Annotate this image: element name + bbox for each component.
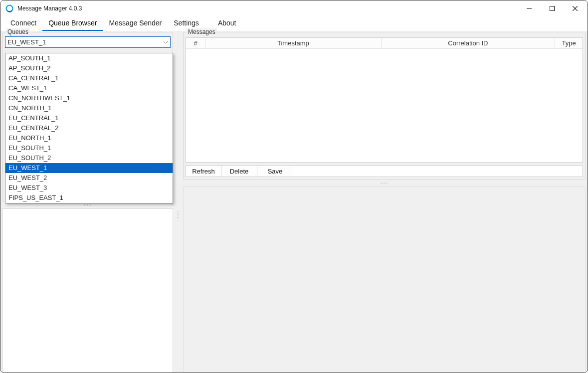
maximize-button[interactable] bbox=[541, 0, 564, 16]
queue-option[interactable]: CN_NORTH_1 bbox=[5, 103, 173, 113]
queue-option[interactable]: EU_CENTRAL_1 bbox=[5, 113, 173, 123]
messages-table-body bbox=[186, 49, 583, 162]
refresh-button[interactable]: Refresh bbox=[186, 166, 221, 177]
queue-option[interactable]: CN_NORTHWEST_1 bbox=[5, 93, 173, 103]
messages-group: Messages # Timestamp Correlation ID Type… bbox=[183, 32, 586, 180]
svg-rect-3 bbox=[550, 6, 555, 11]
messages-legend: Messages bbox=[187, 28, 217, 35]
queue-select[interactable]: EU_WEST_1 bbox=[5, 36, 171, 48]
col-type[interactable]: Type bbox=[555, 38, 583, 48]
queue-option[interactable]: FIPS_US_EAST_1 bbox=[5, 193, 173, 203]
queue-dropdown[interactable]: AP_SOUTH_1AP_SOUTH_2CA_CENTRAL_1CA_WEST_… bbox=[5, 53, 173, 203]
delete-button[interactable]: Delete bbox=[221, 166, 257, 177]
col-timestamp[interactable]: Timestamp bbox=[205, 38, 381, 48]
queues-legend: Queues bbox=[6, 28, 30, 35]
minimize-button[interactable] bbox=[518, 0, 541, 16]
tab-queue-browser[interactable]: Queue Browser bbox=[42, 16, 103, 31]
queue-option[interactable]: CA_CENTRAL_1 bbox=[5, 73, 173, 83]
tab-strip: Connect Queue Browser Message Sender Set… bbox=[0, 16, 588, 31]
col-correlation-id[interactable]: Correlation ID bbox=[382, 38, 556, 48]
queue-option[interactable]: AP_SOUTH_2 bbox=[5, 63, 173, 73]
save-button[interactable]: Save bbox=[257, 166, 293, 177]
queue-option[interactable]: EU_CENTRAL_2 bbox=[5, 123, 173, 133]
queue-option[interactable]: EU_WEST_3 bbox=[5, 183, 173, 193]
right-splitter[interactable] bbox=[183, 180, 586, 186]
queue-option[interactable]: EU_WEST_2 bbox=[5, 173, 173, 183]
app-window: Message Manager 4.0.3 Connect Queue Brow… bbox=[0, 0, 588, 373]
close-icon bbox=[573, 6, 578, 11]
messages-table-header: # Timestamp Correlation ID Type bbox=[186, 38, 583, 49]
queue-select-value: EU_WEST_1 bbox=[7, 38, 46, 46]
minimize-icon bbox=[527, 6, 532, 11]
message-detail-pane bbox=[183, 186, 586, 373]
title-bar: Message Manager 4.0.3 bbox=[0, 0, 588, 16]
queue-option[interactable]: EU_SOUTH_1 bbox=[5, 143, 173, 153]
window-title: Message Manager 4.0.3 bbox=[17, 5, 82, 12]
chevron-down-icon bbox=[163, 41, 168, 44]
queue-option[interactable]: EU_WEST_1 bbox=[5, 163, 173, 173]
queue-option[interactable]: EU_NORTH_1 bbox=[5, 133, 173, 143]
queue-option[interactable]: CA_WEST_1 bbox=[5, 83, 173, 93]
queue-option[interactable]: AP_SOUTH_1 bbox=[5, 53, 173, 63]
queue-option[interactable]: EU_SOUTH_2 bbox=[5, 153, 173, 163]
app-icon bbox=[5, 4, 13, 12]
right-pane: Messages # Timestamp Correlation ID Type… bbox=[183, 32, 586, 373]
left-detail-pane bbox=[2, 208, 173, 373]
close-button[interactable] bbox=[564, 0, 587, 16]
vertical-splitter[interactable] bbox=[175, 32, 181, 373]
messages-filter-input[interactable] bbox=[293, 166, 583, 177]
col-index[interactable]: # bbox=[186, 38, 205, 48]
maximize-icon bbox=[550, 6, 555, 11]
messages-toolbar: Refresh Delete Save bbox=[186, 166, 583, 177]
messages-table: # Timestamp Correlation ID Type bbox=[186, 37, 583, 163]
tab-message-sender[interactable]: Message Sender bbox=[103, 16, 168, 31]
